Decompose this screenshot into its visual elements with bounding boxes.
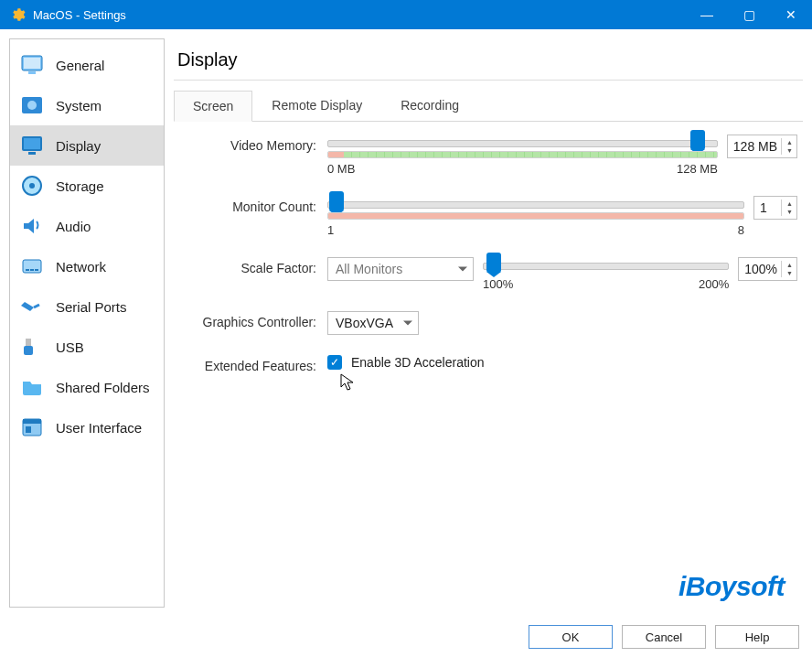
slider-max-label: 128 MB bbox=[677, 162, 718, 176]
spin-buttons[interactable]: ▲▼ bbox=[781, 138, 795, 155]
monitor-count-value: 1 bbox=[760, 200, 767, 215]
main-panel: Display Screen Remote Display Recording … bbox=[174, 38, 803, 608]
gear-icon bbox=[9, 6, 26, 23]
sidebar-item-system[interactable]: System bbox=[10, 85, 164, 125]
cursor-icon bbox=[340, 373, 355, 396]
window-title: MacOS - Settings bbox=[33, 8, 686, 22]
system-icon bbox=[19, 92, 45, 118]
sidebar-item-storage[interactable]: Storage bbox=[10, 166, 164, 206]
svg-rect-17 bbox=[23, 419, 41, 424]
scale-factor-label: Scale Factor: bbox=[179, 257, 316, 275]
slider-min-label: 1 bbox=[327, 223, 334, 237]
svg-rect-7 bbox=[28, 152, 36, 155]
sidebar-item-label: System bbox=[56, 98, 102, 113]
user-interface-icon bbox=[19, 415, 45, 440]
general-icon bbox=[19, 52, 45, 78]
sidebar-item-network[interactable]: Network bbox=[10, 246, 164, 286]
tab-remote-display[interactable]: Remote Display bbox=[252, 90, 381, 121]
spin-buttons[interactable]: ▲▼ bbox=[781, 199, 795, 216]
tab-screen[interactable]: Screen bbox=[174, 91, 252, 122]
window-titlebar: MacOS - Settings — ▢ ✕ bbox=[0, 0, 812, 29]
scale-factor-value: 100% bbox=[744, 262, 777, 276]
monitor-count-label: Monitor Count: bbox=[179, 196, 316, 214]
dialog-footer: OK Cancel Help bbox=[0, 617, 812, 657]
cancel-button[interactable]: Cancel bbox=[622, 625, 706, 649]
usb-icon bbox=[19, 334, 45, 360]
graphics-controller-label: Graphics Controller: bbox=[179, 311, 316, 329]
slider-min-label: 0 MB bbox=[327, 162, 355, 176]
shared-folders-icon bbox=[19, 374, 45, 400]
sidebar: General System Display Storage Audio bbox=[9, 38, 165, 608]
minimize-button[interactable]: — bbox=[686, 0, 728, 29]
video-memory-spinbox[interactable]: 128 MB ▲▼ bbox=[727, 135, 797, 158]
close-button[interactable]: ✕ bbox=[770, 0, 812, 29]
svg-rect-15 bbox=[24, 346, 33, 355]
ok-button[interactable]: OK bbox=[529, 625, 613, 649]
tabs: Screen Remote Display Recording bbox=[174, 90, 803, 122]
monitor-count-slider[interactable] bbox=[327, 201, 744, 209]
monitor-count-spinbox[interactable]: 1 ▲▼ bbox=[753, 196, 797, 220]
svg-rect-18 bbox=[26, 426, 31, 433]
svg-rect-13 bbox=[35, 269, 38, 271]
spin-buttons[interactable]: ▲▼ bbox=[781, 261, 795, 277]
enable-3d-checkbox[interactable]: ✓ bbox=[327, 355, 342, 370]
slider-thumb[interactable] bbox=[486, 253, 501, 273]
slider-thumb[interactable] bbox=[690, 130, 705, 150]
svg-rect-1 bbox=[24, 58, 40, 69]
extended-features-label: Extended Features: bbox=[179, 355, 316, 373]
slider-max-label: 200% bbox=[699, 277, 729, 291]
svg-point-9 bbox=[29, 183, 35, 188]
sidebar-item-label: General bbox=[56, 58, 104, 73]
svg-point-4 bbox=[27, 101, 37, 110]
sidebar-item-label: Display bbox=[56, 138, 101, 154]
storage-icon bbox=[19, 173, 45, 199]
slider-min-label: 100% bbox=[483, 277, 513, 291]
sidebar-item-label: User Interface bbox=[56, 420, 142, 436]
sidebar-item-label: Audio bbox=[56, 219, 91, 234]
sidebar-item-display[interactable]: Display bbox=[10, 125, 164, 166]
sidebar-item-usb[interactable]: USB bbox=[10, 327, 164, 367]
video-memory-value: 128 MB bbox=[733, 139, 777, 154]
scale-factor-dropdown[interactable]: All Monitors bbox=[327, 257, 474, 281]
video-memory-label: Video Memory: bbox=[179, 135, 316, 153]
sidebar-item-label: USB bbox=[56, 339, 84, 355]
svg-rect-12 bbox=[30, 269, 34, 271]
sidebar-item-label: Storage bbox=[56, 178, 104, 194]
enable-3d-label: Enable 3D Acceleration bbox=[351, 355, 485, 370]
svg-rect-11 bbox=[26, 269, 29, 271]
slider-thumb[interactable] bbox=[329, 191, 344, 211]
sidebar-item-serial-ports[interactable]: Serial Ports bbox=[10, 286, 164, 327]
watermark: iBoysoft bbox=[678, 571, 785, 602]
graphics-controller-dropdown[interactable]: VBoxVGA bbox=[327, 311, 419, 335]
serial-ports-icon bbox=[19, 294, 45, 319]
svg-rect-2 bbox=[28, 71, 36, 74]
scale-factor-spinbox[interactable]: 100% ▲▼ bbox=[738, 257, 797, 281]
video-memory-slider[interactable] bbox=[327, 140, 718, 147]
tab-recording[interactable]: Recording bbox=[381, 90, 478, 121]
sidebar-item-user-interface[interactable]: User Interface bbox=[10, 407, 164, 447]
sidebar-item-label: Shared Folders bbox=[56, 380, 150, 395]
audio-icon bbox=[19, 213, 45, 239]
network-icon bbox=[19, 253, 45, 279]
scale-factor-slider[interactable] bbox=[483, 263, 729, 270]
svg-rect-6 bbox=[24, 138, 40, 149]
page-title: Display bbox=[174, 38, 803, 81]
sidebar-item-label: Serial Ports bbox=[56, 299, 127, 315]
maximize-button[interactable]: ▢ bbox=[728, 0, 770, 29]
sidebar-item-label: Network bbox=[56, 259, 106, 275]
display-icon bbox=[19, 133, 45, 158]
help-button[interactable]: Help bbox=[715, 625, 799, 649]
sidebar-item-general[interactable]: General bbox=[10, 45, 164, 85]
slider-max-label: 8 bbox=[738, 223, 744, 237]
sidebar-item-shared-folders[interactable]: Shared Folders bbox=[10, 367, 164, 407]
svg-rect-14 bbox=[26, 339, 31, 346]
sidebar-item-audio[interactable]: Audio bbox=[10, 206, 164, 246]
